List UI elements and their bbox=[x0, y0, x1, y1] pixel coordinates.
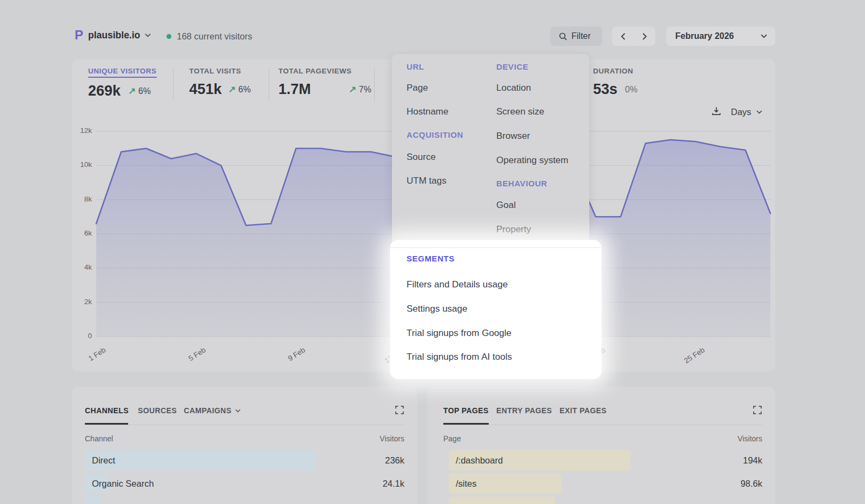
row-name[interactable]: Organic Search bbox=[92, 473, 154, 494]
plausible-logo-icon: P bbox=[75, 29, 83, 42]
y-tick-label: 0 bbox=[70, 332, 92, 340]
date-range-picker[interactable]: February 2026 bbox=[666, 26, 775, 46]
row-name[interactable]: /sites bbox=[456, 473, 477, 494]
prev-period-button[interactable] bbox=[621, 33, 626, 40]
filter-section-behaviour: BEHAVIOUR bbox=[496, 179, 547, 188]
table-row[interactable]: /sites 98.6k bbox=[449, 473, 762, 494]
stat-value: 451k bbox=[189, 81, 222, 98]
tab-campaigns-label: CAMPAIGNS bbox=[184, 406, 231, 415]
current-visitors-label: 168 current visitors bbox=[177, 31, 252, 42]
row-bar bbox=[85, 450, 315, 471]
stat-total-visits[interactable]: TOTAL VISITS 451k ↗ 6% bbox=[189, 67, 251, 98]
interval-label: Days bbox=[731, 107, 751, 117]
stat-change: 6% bbox=[138, 86, 151, 96]
filter-section-acquisition: ACQUISITION bbox=[407, 130, 463, 139]
filter-item-property[interactable]: Property bbox=[496, 224, 531, 235]
segment-trial-signups-from-google[interactable]: Trial signups from Google bbox=[407, 328, 511, 339]
search-icon bbox=[559, 32, 567, 41]
filter-button-label: Filter bbox=[571, 31, 591, 41]
tab-separator bbox=[443, 425, 762, 425]
y-tick-label: 2k bbox=[70, 298, 92, 306]
filter-item-browser[interactable]: Browser bbox=[496, 131, 530, 142]
segment-trial-signups-from-ai-tools[interactable]: Trial signups from AI tools bbox=[407, 352, 512, 362]
stat-value: 269k bbox=[88, 83, 121, 99]
table-row[interactable] bbox=[449, 496, 762, 504]
column-header-page: Page bbox=[443, 434, 461, 443]
channels-expand-button[interactable] bbox=[395, 406, 404, 414]
stat-duration[interactable]: DURATION 53s 0% bbox=[593, 67, 637, 98]
stat-label: UNIQUE VISITORS bbox=[88, 67, 157, 78]
filter-item-operating-system[interactable]: Operating system bbox=[496, 155, 568, 166]
expand-icon bbox=[395, 406, 404, 414]
y-tick-label: 6k bbox=[70, 229, 92, 237]
tab-campaigns[interactable]: CAMPAIGNS bbox=[184, 406, 241, 415]
row-value: 194k bbox=[743, 450, 762, 471]
interval-select[interactable]: Days bbox=[731, 107, 762, 117]
table-row[interactable]: /:dashboard 194k bbox=[449, 450, 762, 471]
filter-item-utm-tags[interactable]: UTM tags bbox=[407, 176, 447, 186]
filter-section-device: DEVICE bbox=[496, 62, 528, 71]
up-arrow-icon: ↗ bbox=[349, 84, 356, 95]
site-name: plausible.io bbox=[88, 30, 140, 41]
export-button[interactable] bbox=[711, 106, 721, 116]
filter-item-goal[interactable]: Goal bbox=[496, 200, 516, 211]
tab-entry-pages[interactable]: ENTRY PAGES bbox=[496, 406, 552, 415]
stat-label: DURATION bbox=[593, 67, 637, 75]
table-row[interactable]: Direct 236k bbox=[85, 450, 404, 471]
stat-label: TOTAL PAGEVIEWS bbox=[278, 67, 371, 75]
site-switcher[interactable]: P plausible.io bbox=[75, 29, 151, 42]
stat-unique-visitors[interactable]: UNIQUE VISITORS 269k ↗ 6% bbox=[88, 67, 157, 99]
tab-sources[interactable]: SOURCES bbox=[138, 406, 177, 415]
stat-divider bbox=[374, 68, 375, 101]
up-arrow-icon: ↗ bbox=[228, 84, 236, 95]
date-range-label: February 2026 bbox=[675, 31, 734, 41]
tab-top-pages[interactable]: TOP PAGES bbox=[443, 406, 489, 415]
next-period-button[interactable] bbox=[642, 33, 647, 40]
stat-divider bbox=[269, 68, 269, 101]
y-tick-label: 4k bbox=[70, 263, 92, 271]
table-row[interactable]: Organic Search 24.1k bbox=[85, 473, 404, 494]
tab-separator bbox=[85, 425, 404, 425]
filter-item-page[interactable]: Page bbox=[407, 83, 428, 93]
filter-item-hostname[interactable]: Hostname bbox=[407, 106, 448, 117]
row-bar bbox=[85, 496, 101, 504]
segments-spotlight-panel: SEGMENTS Filters and Details usage Setti… bbox=[390, 240, 601, 379]
filter-item-source[interactable]: Source bbox=[407, 152, 436, 163]
stat-total-pageviews[interactable]: TOTAL PAGEVIEWS 1.7M ↗ 7% bbox=[278, 67, 371, 98]
stat-value: 1.7M bbox=[278, 81, 311, 98]
row-value: 236k bbox=[385, 450, 404, 471]
row-value: 98.6k bbox=[741, 473, 762, 494]
up-arrow-icon: ↗ bbox=[128, 86, 136, 96]
segments-separator bbox=[390, 247, 601, 248]
stat-value: 53s bbox=[593, 81, 617, 98]
download-icon bbox=[711, 106, 721, 116]
row-bar bbox=[449, 496, 555, 504]
stat-label: TOTAL VISITS bbox=[189, 67, 251, 75]
table-row[interactable] bbox=[85, 496, 404, 504]
segment-settings-usage[interactable]: Settings usage bbox=[407, 304, 467, 314]
stat-change: 0% bbox=[625, 85, 637, 95]
chevron-down-icon bbox=[235, 409, 241, 413]
pages-expand-button[interactable] bbox=[753, 406, 762, 414]
tab-exit-pages[interactable]: EXIT PAGES bbox=[560, 406, 607, 415]
tab-channels[interactable]: CHANNELS bbox=[85, 406, 129, 415]
current-visitors[interactable]: 168 current visitors bbox=[167, 31, 252, 42]
column-header-channel: Channel bbox=[85, 434, 113, 443]
chevron-down-icon bbox=[756, 110, 762, 114]
date-nav bbox=[612, 26, 655, 46]
filter-item-screen-size[interactable]: Screen size bbox=[496, 106, 544, 117]
stat-divider bbox=[173, 68, 174, 101]
row-name[interactable]: /:dashboard bbox=[456, 450, 503, 471]
row-name[interactable]: Direct bbox=[92, 450, 115, 471]
filter-item-location[interactable]: Location bbox=[496, 83, 531, 93]
y-tick-label: 10k bbox=[70, 160, 92, 169]
y-tick-label: 12k bbox=[70, 126, 92, 135]
filter-button[interactable]: Filter bbox=[550, 26, 602, 46]
expand-icon bbox=[753, 406, 762, 414]
row-value: 24.1k bbox=[383, 473, 404, 494]
stat-change: 6% bbox=[238, 85, 251, 94]
live-dot-icon bbox=[167, 34, 171, 39]
segment-filters-and-details-usage[interactable]: Filters and Details usage bbox=[407, 279, 508, 290]
y-tick-label: 8k bbox=[70, 195, 92, 203]
column-header-visitors: Visitors bbox=[731, 434, 762, 443]
